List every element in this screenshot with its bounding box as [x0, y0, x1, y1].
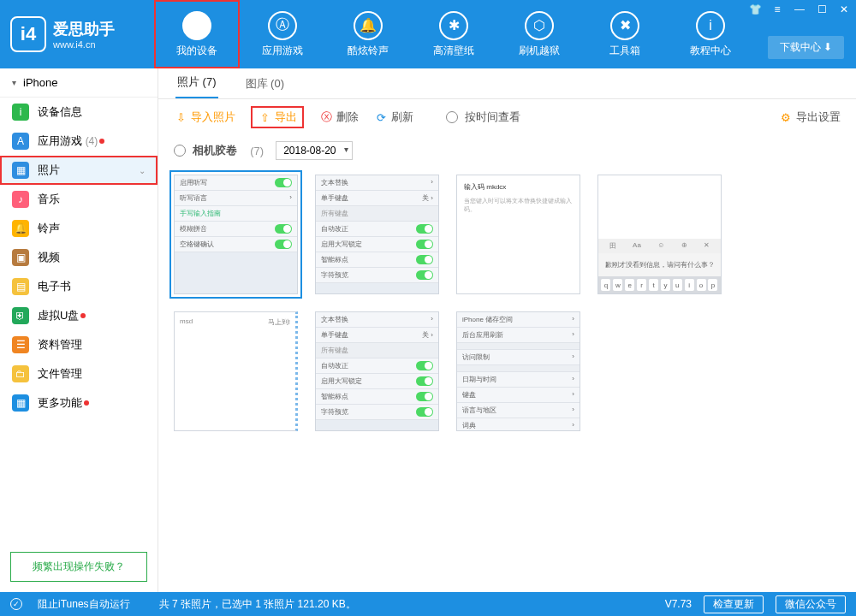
sidebar-item-label: 文件管理: [38, 366, 82, 382]
photo-grid: 启用听写 听写语言› 手写输入指南 模糊拼音 空格键确认 文本替换› 单手键盘关…: [158, 166, 856, 592]
sidebar-item-label: 音乐: [38, 192, 60, 207]
tools-icon: ✖: [610, 11, 639, 40]
music-icon: ♪: [12, 191, 29, 208]
shield-icon: ⛨: [12, 307, 29, 324]
date-select[interactable]: 2018-08-20: [276, 141, 352, 160]
tool-label: 导出: [275, 110, 297, 125]
export-button[interactable]: ⇧导出: [251, 106, 304, 128]
tab-albums[interactable]: 图库 (0): [244, 69, 287, 98]
sidebar: ▾ iPhone i设备信息 A应用游戏 (4) ▦照片⌄ ♪音乐 🔔铃声 ▣视…: [0, 68, 158, 592]
status-bar: ✓ 阻止iTunes自动运行 共 7 张照片，已选中 1 张照片 121.20 …: [0, 592, 856, 616]
photo-thumb[interactable]: 田Aa☺⊕✕ 歉刚才没看到信息，请问有什么事？ qwertyuiop: [597, 175, 722, 294]
sidebar-item-music[interactable]: ♪音乐: [0, 185, 158, 214]
sidebar-item-label: 应用游戏: [38, 133, 82, 149]
import-button[interactable]: ⇩导入照片: [174, 110, 235, 125]
tool-label: 按时间查看: [465, 110, 520, 125]
download-center-button[interactable]: 下载中心 ⬇: [768, 36, 844, 59]
maximize-button[interactable]: ☐: [815, 3, 829, 15]
top-nav: 我的设备 Ⓐ 应用游戏 🔔 酷炫铃声 ✱ 高清壁纸 ⬡ 刷机越狱 ✖ 工具箱: [154, 0, 753, 68]
filter-bar: 相机胶卷 (7) 2018-08-20: [158, 135, 856, 166]
gear-icon: ⚙: [779, 110, 793, 124]
sidebar-item-apps[interactable]: A应用游戏 (4): [0, 127, 158, 156]
nav-label: 酷炫铃声: [348, 44, 389, 58]
sidebar-item-videos[interactable]: ▣视频: [0, 243, 158, 272]
album-label: 相机胶卷: [193, 143, 237, 158]
brand-logo: i4 爱思助手 www.i4.cn: [0, 0, 154, 68]
close-button[interactable]: ✕: [837, 3, 851, 15]
minimize-button[interactable]: —: [793, 3, 806, 15]
tab-bar: 照片 (7) 图库 (0): [158, 68, 856, 99]
shirt-icon[interactable]: 👕: [748, 3, 762, 15]
refresh-button[interactable]: ⟳刷新: [374, 110, 413, 125]
sidebar-item-ringtones[interactable]: 🔔铃声: [0, 214, 158, 243]
device-header[interactable]: ▾ iPhone: [0, 68, 158, 98]
nav-jailbreak[interactable]: ⬡ 刷机越狱: [496, 0, 582, 68]
box-icon: ⬡: [525, 11, 554, 40]
export-icon: ⇧: [258, 110, 271, 124]
folder-icon: 🗀: [12, 365, 29, 382]
video-icon: ▣: [12, 249, 29, 266]
header: i4 爱思助手 www.i4.cn 我的设备 Ⓐ 应用游戏 🔔 酷炫铃声 ✱ 高…: [0, 0, 856, 68]
bell-icon: 🔔: [354, 11, 383, 40]
sidebar-item-device-info[interactable]: i设备信息: [0, 98, 158, 127]
sidebar-item-label: 照片: [38, 163, 60, 178]
notification-dot: [99, 139, 104, 144]
nav-tutorial[interactable]: i 教程中心: [668, 0, 753, 68]
info-icon: i: [12, 104, 29, 121]
photo-thumb[interactable]: 启用听写 听写语言› 手写输入指南 模糊拼音 空格键确认: [174, 175, 298, 294]
sidebar-item-ebooks[interactable]: ▤电子书: [0, 272, 158, 301]
info-icon: i: [696, 11, 725, 40]
check-icon: ✓: [10, 598, 22, 610]
tool-label: 导入照片: [191, 110, 235, 125]
wechat-button[interactable]: 微信公众号: [776, 595, 846, 613]
radio-icon: [446, 111, 458, 123]
photo-thumb[interactable]: msd马上到!: [174, 311, 298, 431]
brand-subtitle: www.i4.cn: [53, 39, 115, 50]
nav-ringtones[interactable]: 🔔 酷炫铃声: [325, 0, 411, 68]
sidebar-item-more[interactable]: ▦更多功能: [0, 388, 158, 418]
count-badge: (4): [86, 135, 98, 147]
version-label: V7.73: [665, 598, 692, 610]
window-controls: 👕 ≡ — ☐ ✕: [748, 3, 851, 15]
sidebar-item-label: 更多功能: [38, 395, 82, 411]
sidebar-item-label: 资料管理: [38, 337, 82, 352]
nav-label: 高清壁纸: [433, 44, 474, 58]
photo-icon: ▦: [12, 162, 29, 179]
book-icon: ▤: [12, 278, 29, 295]
refresh-icon: ⟳: [374, 110, 388, 124]
nav-label: 我的设备: [176, 44, 217, 58]
radio-icon: [174, 145, 186, 157]
help-button[interactable]: 频繁出现操作失败？: [10, 552, 147, 582]
itunes-block-toggle[interactable]: 阻止iTunes自动运行: [38, 597, 130, 612]
sidebar-item-data[interactable]: ☰资料管理: [0, 330, 158, 359]
sidebar-item-label: 铃声: [38, 221, 60, 236]
nav-wallpapers[interactable]: ✱ 高清壁纸: [411, 0, 496, 68]
check-update-button[interactable]: 检查更新: [704, 595, 764, 613]
sidebar-item-photos[interactable]: ▦照片⌄: [0, 156, 158, 185]
photo-thumb[interactable]: 文本替换› 单手键盘关 › 所有键盘 自动改正 启用大写锁定 智能标点 字符预览: [315, 175, 439, 294]
view-by-time-toggle[interactable]: 按时间查看: [446, 110, 520, 125]
photo-thumb[interactable]: 文本替换› 单手键盘关 › 所有键盘 自动改正 启用大写锁定 智能标点 字符预览: [315, 311, 439, 431]
sidebar-item-files[interactable]: 🗀文件管理: [0, 359, 158, 388]
album-radio[interactable]: 相机胶卷 (7): [174, 143, 264, 158]
tab-photos[interactable]: 照片 (7): [175, 68, 218, 98]
sidebar-item-udisk[interactable]: ⛨虚拟U盘: [0, 301, 158, 330]
menu-icon[interactable]: ≡: [770, 3, 784, 15]
nav-my-device[interactable]: 我的设备: [154, 0, 240, 68]
nav-tools[interactable]: ✖ 工具箱: [582, 0, 668, 68]
sidebar-item-label: 虚拟U盘: [38, 308, 79, 323]
chevron-down-icon: ▾: [12, 78, 16, 87]
tool-label: 删除: [336, 110, 359, 125]
delete-button[interactable]: ⓧ删除: [319, 110, 359, 125]
sidebar-item-label: 电子书: [38, 279, 71, 294]
list-icon: ☰: [12, 336, 29, 353]
sidebar-item-label: 视频: [38, 250, 60, 265]
photo-thumb[interactable]: iPhone 储存空间› 后台应用刷新› 访问限制› 日期与时间› 键盘› 语言…: [456, 311, 580, 431]
flower-icon: ✱: [439, 11, 468, 40]
nav-apps[interactable]: Ⓐ 应用游戏: [240, 0, 325, 68]
photo-thumb[interactable]: 输入码 mkdcx 当您键入时可以将文本替换快捷键成输入码。: [456, 175, 580, 294]
chevron-down-icon: ⌄: [139, 166, 146, 175]
export-settings-button[interactable]: ⚙导出设置: [779, 110, 841, 125]
status-text: 共 7 张照片，已选中 1 张照片 121.20 KB。: [159, 597, 356, 612]
notification-dot: [84, 400, 89, 406]
